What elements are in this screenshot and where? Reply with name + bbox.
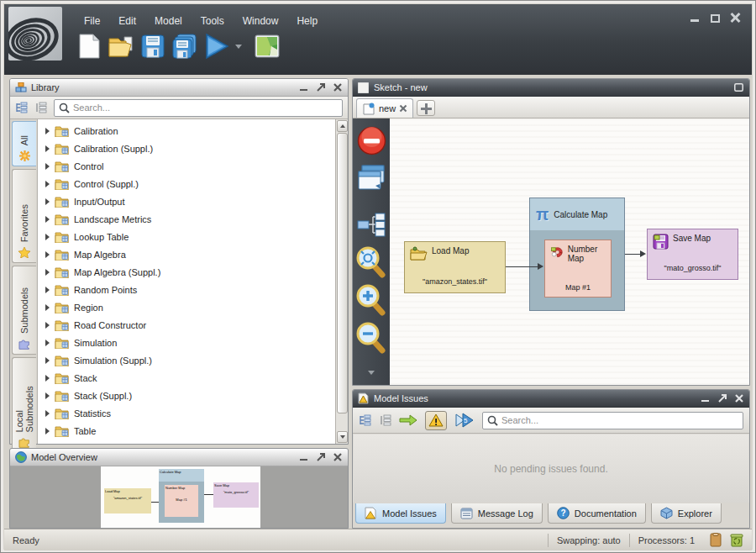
expand-caret-icon[interactable] <box>45 163 50 170</box>
collapse-tree-button[interactable] <box>34 102 47 113</box>
go-to-issue-button[interactable] <box>399 414 417 426</box>
library-item-landscape-metrics[interactable]: Landscape Metrics <box>38 210 335 228</box>
overview-viewport[interactable]: Load Map "amazon_states.tif" Calculate M… <box>10 466 348 528</box>
issues-search-input[interactable] <box>501 415 738 425</box>
library-item-stack-suppl-[interactable]: Stack (Suppl.) <box>38 387 335 404</box>
library-item-statistics[interactable]: Statistics <box>38 404 335 422</box>
library-search-input[interactable] <box>73 103 338 113</box>
library-item-random-points[interactable]: Random Points <box>38 281 335 298</box>
library-tab-submodels[interactable]: Submodels <box>12 266 36 355</box>
library-item-control[interactable]: Control <box>38 157 335 175</box>
expand-caret-icon[interactable] <box>45 234 50 240</box>
show-warnings-toggle[interactable] <box>425 411 447 430</box>
expand-caret-icon[interactable] <box>45 216 50 223</box>
expand-caret-icon[interactable] <box>45 269 50 276</box>
library-tab-all[interactable]: All <box>12 121 36 166</box>
window-minimize-button[interactable] <box>688 11 701 23</box>
zoom-out-button[interactable] <box>353 322 390 354</box>
clipboard-status-button[interactable] <box>710 533 722 547</box>
expand-caret-icon[interactable] <box>45 287 50 293</box>
tab-explorer[interactable]: Explorer <box>651 503 722 524</box>
expand-caret-icon[interactable] <box>45 410 50 417</box>
library-item-lookup-table[interactable]: Lookup Table <box>38 228 335 245</box>
library-scrollbar[interactable] <box>335 119 348 444</box>
expand-caret-icon[interactable] <box>45 392 50 399</box>
library-tab-favorites[interactable]: Favorites <box>12 169 36 263</box>
save-all-button[interactable] <box>169 31 201 61</box>
library-item-stack[interactable]: Stack <box>38 369 335 387</box>
scroll-up-button[interactable] <box>337 120 348 132</box>
overview-close-button[interactable] <box>332 452 343 462</box>
expand-caret-icon[interactable] <box>45 181 50 187</box>
expand-caret-icon[interactable] <box>45 304 50 311</box>
overview-minimize-button[interactable] <box>298 452 309 462</box>
validate-model-button[interactable]: 5 <box>454 413 475 428</box>
library-float-button[interactable] <box>315 82 326 92</box>
remove-functor-button[interactable] <box>353 126 390 155</box>
number-map-node[interactable]: Number Map Map #1 <box>544 240 612 298</box>
window-maximize-button[interactable] <box>708 11 722 23</box>
issues-close-button[interactable] <box>733 393 744 403</box>
library-item-table[interactable]: Table <box>38 422 335 440</box>
map-viewer-button[interactable] <box>251 31 283 61</box>
window-close-button[interactable] <box>728 11 742 23</box>
issues-float-button[interactable] <box>717 393 727 403</box>
library-item-calibration-suppl-[interactable]: Calibration (Suppl.) <box>38 140 335 157</box>
zoom-in-button[interactable] <box>353 284 390 316</box>
new-model-button[interactable] <box>73 31 105 61</box>
toolstrip-more-button[interactable] <box>353 371 390 375</box>
expand-caret-icon[interactable] <box>45 128 50 134</box>
issues-minimize-button[interactable] <box>700 393 711 403</box>
library-close-button[interactable] <box>332 82 343 92</box>
add-tab-button[interactable] <box>417 100 435 116</box>
close-tab-icon[interactable] <box>400 105 407 112</box>
menu-model[interactable]: Model <box>145 13 192 29</box>
expand-caret-icon[interactable] <box>45 340 50 346</box>
library-item-map-algebra-suppl-[interactable]: Map Algebra (Suppl.) <box>38 263 335 281</box>
menu-help[interactable]: Help <box>287 13 327 29</box>
save-map-node[interactable]: Save Map "mato_grosso.tif" <box>647 229 738 280</box>
load-map-node[interactable]: Load Map "amazon_states.tif" <box>404 241 506 293</box>
library-item-simulation[interactable]: Simulation <box>38 334 335 351</box>
open-model-button[interactable] <box>105 31 137 61</box>
scroll-down-button[interactable] <box>337 431 348 443</box>
expand-tree-button[interactable] <box>15 102 28 113</box>
menu-edit[interactable]: Edit <box>109 13 145 29</box>
containers-button[interactable] <box>353 164 390 191</box>
expand-caret-icon[interactable] <box>45 428 50 434</box>
run-model-button[interactable] <box>201 31 233 61</box>
auto-layout-button[interactable] <box>353 213 390 238</box>
calculate-map-node[interactable]: π Calculate Map Number Map <box>529 198 625 311</box>
menu-tools[interactable]: Tools <box>192 13 234 29</box>
overview-float-button[interactable] <box>315 452 326 462</box>
expand-caret-icon[interactable] <box>45 145 50 152</box>
library-item-control-suppl-[interactable]: Control (Suppl.) <box>38 175 335 192</box>
issues-expand-tree-button[interactable] <box>359 414 371 426</box>
expand-caret-icon[interactable] <box>45 357 50 364</box>
tab-message-log[interactable]: Message Log <box>451 503 543 524</box>
expand-caret-icon[interactable] <box>45 322 50 329</box>
sketch-maximize-button[interactable] <box>733 82 744 92</box>
library-minimize-button[interactable] <box>298 82 309 92</box>
scrollbar-thumb[interactable] <box>337 133 348 413</box>
run-options-dropdown[interactable] <box>233 31 244 61</box>
menu-file[interactable]: File <box>75 13 109 29</box>
library-item-simulation-suppl-[interactable]: Simulation (Suppl.) <box>38 351 335 369</box>
tab-model-issues[interactable]: Model Issues <box>355 503 446 524</box>
library-item-road-constructor[interactable]: Road Constructor <box>38 316 335 334</box>
garbage-collect-button[interactable] <box>730 533 743 547</box>
menu-window[interactable]: Window <box>234 13 288 29</box>
tab-documentation[interactable]: ?Documentation <box>548 503 646 524</box>
library-item-input-output[interactable]: Input/Output <box>38 192 335 210</box>
issues-collapse-tree-button[interactable] <box>379 414 391 426</box>
library-item-region[interactable]: Region <box>38 298 335 316</box>
save-model-button[interactable] <box>137 31 169 61</box>
sketch-tab-new[interactable]: new <box>356 98 413 118</box>
expand-caret-icon[interactable] <box>45 375 50 382</box>
zoom-fit-button[interactable] <box>353 246 390 278</box>
library-tab-local-submodels[interactable]: Local Submodels <box>12 357 36 453</box>
sketch-canvas[interactable]: Load Map "amazon_states.tif" π Calculate… <box>390 118 749 385</box>
expand-caret-icon[interactable] <box>45 251 50 258</box>
library-item-calibration[interactable]: Calibration <box>38 122 335 140</box>
expand-caret-icon[interactable] <box>45 198 50 205</box>
